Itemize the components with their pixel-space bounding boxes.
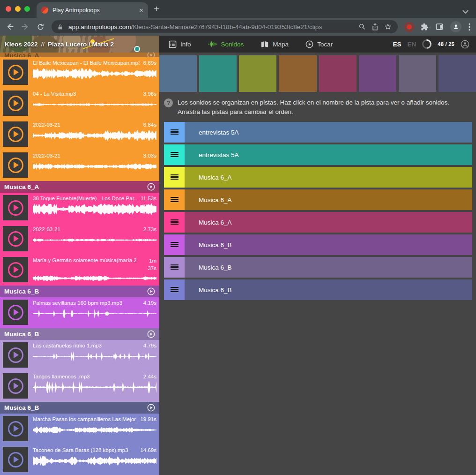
reload-icon[interactable] <box>37 23 45 31</box>
track-drag-handle[interactable] <box>164 144 185 165</box>
language-es[interactable]: ES <box>393 41 401 48</box>
clip-play-button[interactable] <box>3 300 28 325</box>
track-row[interactable]: entrevistas 5A <box>164 144 472 165</box>
clip-item[interactable]: 2022-03-212.73s <box>0 224 159 255</box>
track-drag-handle[interactable] <box>164 234 185 255</box>
star-icon[interactable] <box>384 23 392 30</box>
fullscreen-window-button[interactable] <box>24 6 30 12</box>
track-list: entrevistas 5Aentrevistas 5AMusica 6_AMu… <box>164 122 472 302</box>
clip-play-button[interactable] <box>3 226 28 251</box>
clip-duration: 11.53s <box>141 195 156 201</box>
lock-icon <box>58 24 63 30</box>
track-body[interactable]: Musica 6_A <box>185 167 472 188</box>
clip-play-button[interactable] <box>3 342 28 368</box>
address-bar[interactable]: app.antropoloops.com/Kleos-Santa-Marina/… <box>52 20 398 33</box>
section-header[interactable]: Musica 6_B <box>0 402 159 414</box>
forward-icon[interactable] <box>21 23 30 31</box>
clip-play-button[interactable] <box>3 121 28 147</box>
clip-item[interactable]: Tangos flamencos .mp32.44s <box>0 371 159 402</box>
clip-waveform <box>33 423 156 437</box>
track-body[interactable]: entrevistas 5A <box>185 122 472 143</box>
clip-item[interactable]: Taconeo de Sara Baras (128 kbps).mp314.6… <box>0 445 159 475</box>
track-drag-handle[interactable] <box>164 257 185 278</box>
section-header[interactable]: Musica 6_B <box>0 286 159 297</box>
close-window-button[interactable] <box>6 6 11 12</box>
clip-play-button[interactable] <box>3 257 28 282</box>
new-tab-button[interactable]: + <box>154 4 159 14</box>
clip-play-button[interactable] <box>3 195 28 220</box>
play-triangle-icon <box>14 162 19 168</box>
track-row[interactable]: Musica 6_B <box>164 234 472 255</box>
account-icon[interactable] <box>461 40 469 49</box>
browser-tab[interactable]: Play Antropoloops × <box>37 2 148 18</box>
url-path: /Kleos-Santa-Marina/e2767943-f18b-44ab-9… <box>131 23 322 30</box>
side-panel-icon[interactable] <box>436 23 443 30</box>
clip-info: Tangos flamencos .mp32.44s <box>33 373 156 400</box>
close-tab-icon[interactable]: × <box>139 6 143 14</box>
play-circle-icon[interactable] <box>147 287 155 295</box>
track-row[interactable]: Musica 6_A <box>164 212 472 233</box>
search-icon[interactable] <box>358 23 366 30</box>
track-row[interactable]: Musica 6_B <box>164 279 472 300</box>
track-name: Musica 6_B <box>199 264 232 271</box>
clip-item[interactable]: Las castañuelas ritmo 1.mp34.79s <box>0 340 159 371</box>
clip-play-button[interactable] <box>3 152 28 178</box>
track-row[interactable]: Musica 6_A <box>164 167 472 188</box>
clip-play-button[interactable] <box>3 373 28 399</box>
track-row[interactable]: entrevistas 5A <box>164 122 472 143</box>
play-triangle-icon <box>14 69 19 75</box>
track-color-strip <box>159 55 476 92</box>
play-circle-icon[interactable] <box>147 53 155 57</box>
clip-play-button[interactable] <box>3 90 28 116</box>
browser-tab-strip: Play Antropoloops × + <box>0 0 476 18</box>
track-drag-handle[interactable] <box>164 189 185 210</box>
app-nav: InfoSonidosMapaTocar <box>159 40 393 48</box>
clip-item[interactable]: 38 Toque Funebre(Muerte) - Los Doce Par.… <box>0 193 159 224</box>
play-circle-icon[interactable] <box>147 183 155 191</box>
profile-avatar-icon[interactable] <box>450 21 461 32</box>
clip-item[interactable]: Marcha Pasan los campanilleros Las Mejor… <box>0 414 159 445</box>
clip-item[interactable]: 2022-03-213.03s <box>0 150 159 181</box>
play-icon <box>8 347 23 363</box>
nav-tocar[interactable]: Tocar <box>305 40 333 48</box>
language-en[interactable]: EN <box>407 41 416 48</box>
nav-sonidos[interactable]: Sonidos <box>208 41 244 48</box>
breadcrumb-page[interactable]: Plaza Lucero / María 2 <box>48 41 114 48</box>
clip-item[interactable]: Palmas sevillanas 160 bpm mp3.mp34.19s <box>0 297 159 328</box>
track-row[interactable]: Musica 6_B <box>164 257 472 278</box>
track-drag-handle[interactable] <box>164 167 185 188</box>
section-header[interactable]: Musica 6_A <box>0 53 159 57</box>
play-circle-icon[interactable] <box>147 330 155 338</box>
track-drag-handle[interactable] <box>164 212 185 233</box>
clip-play-button[interactable] <box>3 447 28 472</box>
tab-search-chevron-icon[interactable] <box>462 7 469 15</box>
back-icon[interactable] <box>6 23 14 31</box>
breadcrumb-project[interactable]: Kleos 2022 <box>5 41 38 48</box>
track-body[interactable]: Musica 6_B <box>185 279 472 300</box>
nav-mapa[interactable]: Mapa <box>260 41 289 48</box>
clip-play-button[interactable] <box>3 416 28 441</box>
track-body[interactable]: Musica 6_A <box>185 189 472 210</box>
track-drag-handle[interactable] <box>164 279 185 300</box>
share-icon[interactable] <box>372 23 379 31</box>
clip-item[interactable]: El Baile Mexicapan - El Baile Mexicapan.… <box>0 57 159 88</box>
track-drag-handle[interactable] <box>164 122 185 143</box>
menu-kebab-icon[interactable] <box>469 23 470 31</box>
track-body[interactable]: Musica 6_B <box>185 234 472 255</box>
track-body[interactable]: Musica 6_B <box>185 257 472 278</box>
clip-item[interactable]: 2022-03-216.84s <box>0 119 159 150</box>
track-body[interactable]: Musica 6_A <box>185 212 472 233</box>
minimize-window-button[interactable] <box>15 6 21 12</box>
clip-waveform <box>33 129 156 142</box>
extensions-puzzle-icon[interactable] <box>421 23 429 31</box>
clip-item[interactable]: 04 - La Visita.mp33.96s <box>0 88 159 119</box>
clip-play-button[interactable] <box>3 60 28 85</box>
record-icon[interactable] <box>407 24 412 30</box>
track-row[interactable]: Musica 6_A <box>164 189 472 210</box>
section-header[interactable]: Musica 6_A <box>0 181 159 193</box>
track-body[interactable]: entrevistas 5A <box>185 144 472 165</box>
play-circle-icon[interactable] <box>147 404 155 412</box>
section-header[interactable]: Musica 6_B <box>0 328 159 340</box>
clip-item[interactable]: María y Germán solamente música(maría 2.… <box>0 255 159 286</box>
nav-info[interactable]: Info <box>169 40 191 48</box>
